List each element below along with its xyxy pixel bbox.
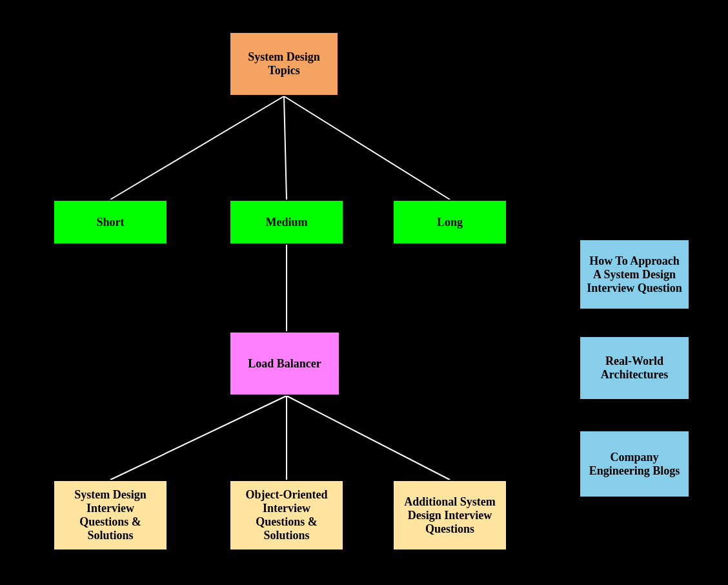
real-world-label: Real-World Architectures [587,354,682,382]
medium-node[interactable]: Medium [229,200,344,245]
short-node[interactable]: Short [53,200,168,245]
oo-interview-qs-label: Object-Oriented Interview Questions & So… [237,488,336,542]
sd-interview-qs-label: System Design Interview Questions & Solu… [61,488,160,542]
real-world-node[interactable]: Real-World Architectures [579,336,690,400]
svg-line-2 [284,96,450,200]
load-balancer-label: Load Balancer [248,357,321,371]
company-engineering-node[interactable]: Company Engineering Blogs [579,430,690,498]
svg-line-1 [284,96,287,200]
short-label: Short [96,216,124,229]
system-design-topics-label: System Design Topics [237,50,331,77]
system-design-topics-node[interactable]: System Design Topics [229,32,339,96]
additional-sd-label: Additional System Design Interview Quest… [400,495,500,536]
additional-sd-node[interactable]: Additional System Design Interview Quest… [392,480,507,551]
company-engineering-label: Company Engineering Blogs [587,451,682,478]
how-to-approach-label: How To Approach A System Design Intervie… [587,254,682,295]
load-balancer-node[interactable]: Load Balancer [229,331,340,396]
how-to-approach-node[interactable]: How To Approach A System Design Intervie… [579,239,690,310]
medium-label: Medium [266,216,308,229]
sd-interview-qs-node[interactable]: System Design Interview Questions & Solu… [53,480,168,551]
svg-line-6 [287,396,450,480]
long-node[interactable]: Long [392,200,507,245]
long-label: Long [437,216,463,229]
oo-interview-qs-node[interactable]: Object-Oriented Interview Questions & So… [229,480,344,551]
svg-line-4 [110,396,287,480]
svg-line-0 [110,96,284,200]
